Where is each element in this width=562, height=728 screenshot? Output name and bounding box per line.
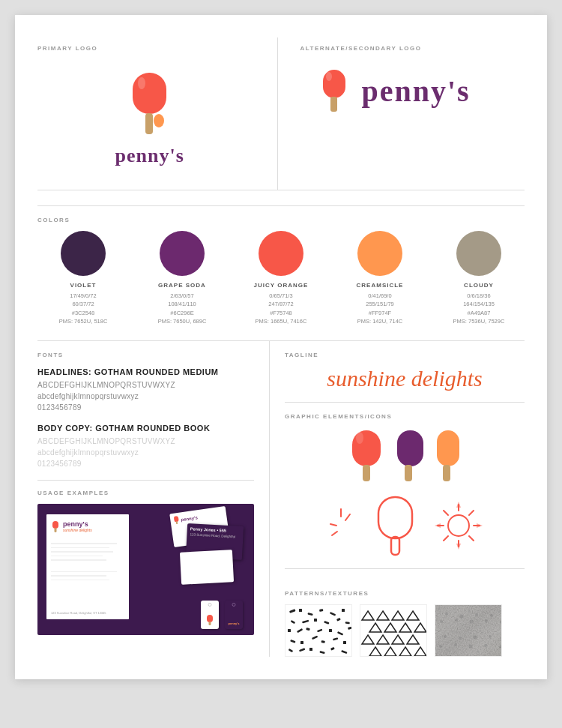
bc1-icon <box>173 516 180 525</box>
svg-rect-44 <box>342 609 345 612</box>
svg-marker-71 <box>377 611 389 620</box>
svg-rect-11 <box>207 615 213 622</box>
svg-rect-14 <box>363 465 370 481</box>
color-circle-grape <box>160 231 205 276</box>
pattern-texture-box <box>435 604 502 657</box>
pattern-marks-svg <box>285 605 352 657</box>
svg-point-102 <box>485 619 488 622</box>
color-name-orange: JUICY ORANGE <box>254 282 309 289</box>
headline-lower-sample: abcdefghijklmnopqrstuvwxyz <box>37 391 254 402</box>
popsicle-alt-icon <box>315 67 353 115</box>
svg-rect-4 <box>323 70 345 98</box>
primary-logo-box: PRIMARY LOGO penny's <box>37 37 278 190</box>
color-grape-soda: GRAPE SODA 2/63/0/57 108/41/110 #6C296E … <box>136 231 228 325</box>
svg-rect-50 <box>345 622 350 625</box>
graphic-popsicle-orange <box>346 427 387 484</box>
colors-row: VIOLET 17/49/0/72 60/37/72 #3C2548 PMS: … <box>37 231 525 325</box>
svg-rect-47 <box>314 619 317 622</box>
svg-rect-59 <box>300 641 303 644</box>
patterns-section: PATTERNS/TEXTURES <box>285 580 525 657</box>
svg-rect-60 <box>312 636 318 640</box>
svg-marker-79 <box>377 635 389 644</box>
svg-rect-8 <box>55 528 57 532</box>
pattern-marks-box <box>285 604 352 657</box>
svg-point-113 <box>497 633 499 635</box>
svg-point-112 <box>489 635 492 638</box>
svg-point-106 <box>444 635 447 638</box>
svg-rect-86 <box>435 605 502 657</box>
tagline-display: sunshine delights <box>285 366 525 391</box>
alt-logo-display: penny's <box>300 59 525 123</box>
svg-point-108 <box>459 637 462 640</box>
bc1-logo: penny's <box>173 510 224 525</box>
svg-line-21 <box>345 514 350 520</box>
svg-rect-1 <box>133 73 166 114</box>
usage-tagline: sunshine delights <box>63 528 92 532</box>
graphic-section: GRAPHIC ELEMENTS/ICONS <box>285 413 525 569</box>
svg-rect-53 <box>306 628 310 631</box>
usage-popsicle-icon <box>51 520 60 532</box>
svg-marker-80 <box>392 635 404 644</box>
color-values-violet: 17/49/0/72 60/37/72 #3C2548 PMS: 7652U, … <box>59 292 108 325</box>
svg-rect-64 <box>288 649 293 652</box>
pattern-texture-svg <box>435 605 502 657</box>
fonts-label: FONTS <box>37 352 254 358</box>
usage-fake-lines <box>51 543 124 580</box>
headline-upper-sample: ABCDEFGHIJKLMNOPQRSTUVWXYZ <box>37 379 254 391</box>
bc1-name: penny's <box>181 515 198 522</box>
svg-point-88 <box>445 613 448 616</box>
svg-marker-82 <box>369 647 381 656</box>
pattern-triangles-svg <box>360 605 427 657</box>
svg-rect-25 <box>391 537 399 555</box>
svg-line-34 <box>444 536 448 541</box>
svg-point-92 <box>475 613 478 616</box>
svg-rect-41 <box>307 613 312 616</box>
color-values-orange: 0/65/71/3 247/87/72 #F75748 PMS: 1665U, … <box>256 292 307 325</box>
left-column: FONTS HEADLINES: GOTHAM ROUNDED MEDIUM A… <box>37 341 270 657</box>
alt-logo-label: ALTERNATE/SECONDARY LOGO <box>300 45 525 52</box>
graphic-outlined-row <box>285 494 525 558</box>
usage-letterhead: penny's sunshine delights <box>46 514 129 619</box>
svg-rect-48 <box>324 621 329 625</box>
svg-rect-49 <box>336 618 341 622</box>
body-font-group: BODY COPY: GOTHAM ROUNDED BOOK ABCDEFGHI… <box>37 424 254 469</box>
svg-rect-42 <box>319 609 323 612</box>
svg-point-110 <box>474 636 477 640</box>
svg-point-115 <box>447 649 450 652</box>
color-cloudy: CLOUDY 0/6/18/36 164/154/135 #A49A87 PMS… <box>433 231 525 325</box>
fonts-section: FONTS HEADLINES: GOTHAM ROUNDED MEDIUM A… <box>37 341 254 469</box>
graphic-rays-icon <box>326 505 356 547</box>
graphic-popsicles-row <box>285 427 525 484</box>
svg-rect-43 <box>330 612 336 616</box>
pattern-triangles-box <box>360 604 427 657</box>
svg-marker-84 <box>399 647 411 656</box>
svg-marker-70 <box>362 611 374 620</box>
svg-rect-67 <box>319 651 324 654</box>
svg-point-94 <box>490 614 493 617</box>
svg-rect-9 <box>174 516 179 523</box>
svg-line-23 <box>332 532 337 535</box>
svg-rect-65 <box>299 648 305 652</box>
color-circle-cloudy <box>456 231 501 276</box>
svg-rect-19 <box>443 465 450 481</box>
svg-point-119 <box>477 651 480 653</box>
svg-rect-40 <box>299 609 302 612</box>
svg-point-118 <box>469 645 473 649</box>
headline-font-group: HEADLINES: GOTHAM ROUNDED MEDIUM ABCDEFG… <box>37 367 254 413</box>
svg-line-22 <box>330 524 336 526</box>
svg-point-116 <box>454 643 457 646</box>
colors-label: COLORS <box>37 217 525 223</box>
lower-section: FONTS HEADLINES: GOTHAM ROUNDED MEDIUM A… <box>37 340 525 657</box>
hang-tag-2: penny's <box>225 601 243 629</box>
svg-rect-45 <box>291 620 295 624</box>
usage-box: penny's sunshine delights <box>37 504 254 635</box>
svg-point-15 <box>356 432 363 444</box>
tagline-section: TAGLINE sunshine delights <box>285 341 525 403</box>
svg-point-90 <box>460 615 464 619</box>
svg-rect-7 <box>52 521 58 529</box>
usage-address-text: 123 Sunshine Road, Delightful, ST 12345 <box>51 611 106 615</box>
svg-point-97 <box>448 625 450 628</box>
hang-tag-1 <box>201 601 219 629</box>
svg-point-99 <box>463 624 465 625</box>
hang-tag-content-1 <box>202 614 217 626</box>
